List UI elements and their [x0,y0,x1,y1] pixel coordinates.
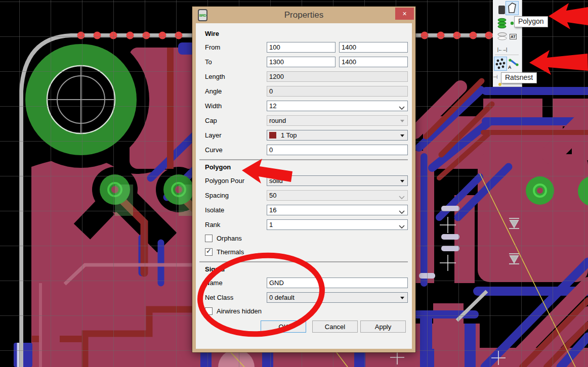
dropdown-arrow-icon [400,120,404,124]
layer-label: Layer [205,131,267,139]
signal-name-input[interactable] [267,278,408,288]
section-separator [199,261,408,262]
isolate-row: Isolate 16 [205,205,412,215]
polygon-tool-icon[interactable] [506,1,519,15]
name-label: Name [205,279,267,287]
cap-combobox: round [267,115,408,126]
cancel-button[interactable]: Cancel [312,320,358,333]
rank-label: Rank [205,221,267,228]
layer-dropdown[interactable]: 1 Top [267,130,408,141]
ratsnest-tooltip: Ratsnest [501,72,537,83]
wire-section-heading: Wire [205,30,412,37]
polygon-pour-dropdown[interactable]: solid [267,175,408,186]
from-y-input[interactable] [339,42,408,53]
thermals-checkbox[interactable]: ✓ [205,248,213,256]
width-row: Width 12 [205,101,412,111]
dialog-titlebar[interactable]: BRD Properties × [192,7,415,23]
layer-color-swatch [269,132,276,139]
dialog-body: Wire From To Length Angle Width [196,23,412,349]
close-icon: × [402,10,406,18]
curve-input[interactable] [267,145,408,155]
ok-button[interactable]: OK [261,320,306,333]
attribute-tool-icon[interactable]: AT [507,29,520,43]
chevron-down-icon [399,223,405,231]
length-label: Length [205,73,267,80]
length-row: Length [205,71,412,82]
orphans-checkbox[interactable] [205,235,213,242]
width-combobox[interactable]: 12 [267,101,408,111]
name-row: Name [205,278,412,288]
curve-label: Curve [205,146,267,154]
polygon-section-heading: Polygon [205,163,412,171]
spacing-label: Spacing [205,192,267,199]
isolate-combobox[interactable]: 16 [267,205,408,215]
airwires-hidden-label: Airwires hidden [217,307,262,315]
to-label: To [205,58,267,66]
dropdown-arrow-icon [400,180,404,185]
rank-combobox[interactable]: 1 [267,219,408,230]
polygon-pour-row: Polygon Pour solid [205,175,412,186]
polygon-pour-label: Polygon Pour [205,177,267,185]
from-row: From [205,42,412,53]
svg-text:A: A [508,65,512,70]
cap-label: Cap [205,117,267,124]
layer-row: Layer 1 Top [205,130,412,141]
net-class-row: Net Class 0 default [205,292,412,303]
angle-label: Angle [205,87,267,95]
dialog-title: Properties [192,7,415,23]
orphans-label: Orphans [217,235,242,242]
eagle-board-editor: BRD Properties × Wire From To Length Ang… [0,0,588,367]
apply-button[interactable]: Apply [360,320,406,333]
dropdown-arrow-icon [400,297,404,301]
close-button[interactable]: × [395,8,414,20]
airwires-row: Airwires hidden [205,307,412,315]
section-separator [199,159,408,160]
net-class-label: Net Class [205,294,267,301]
orphans-row: Orphans [205,234,412,243]
rank-row: Rank 1 [205,219,412,230]
chevron-down-icon [399,208,405,216]
polygon-tooltip: Polygon [514,16,548,27]
signal-section-heading: Signal [205,265,412,273]
brd-file-icon: BRD [198,9,207,21]
dialog-buttons: OK Cancel Apply [261,320,412,333]
spacing-row: Spacing 50 [205,190,412,201]
to-y-input[interactable] [339,57,408,67]
check-icon: ✓ [206,247,212,255]
to-x-input[interactable] [267,57,335,67]
net-class-dropdown[interactable]: 0 default [267,292,408,303]
curve-row: Curve [205,145,412,155]
cap-row: Cap round [205,115,412,126]
airwires-hidden-checkbox[interactable] [205,307,213,315]
spacing-combobox: 50 [267,190,408,201]
measure-tool-icon[interactable]: ⊣ [493,74,498,80]
from-x-input[interactable] [267,42,335,53]
route-tool-icon[interactable]: A [507,57,520,71]
width-label: Width [205,102,267,110]
angle-row: Angle [205,86,412,97]
toolbar-separator [495,55,519,55]
thermals-label: Thermals [217,248,244,256]
length-input [267,71,408,82]
isolate-label: Isolate [205,206,267,214]
angle-input [267,86,408,97]
chevron-down-icon [399,104,405,112]
properties-dialog: BRD Properties × Wire From To Length Ang… [192,7,415,352]
thermals-row: ✓ Thermals [205,248,412,256]
ratsnest-tool-icon[interactable] [494,57,507,71]
dropdown-arrow-icon [400,134,404,139]
chevron-down-icon [399,194,405,201]
from-label: From [205,43,267,51]
to-row: To [205,57,412,67]
